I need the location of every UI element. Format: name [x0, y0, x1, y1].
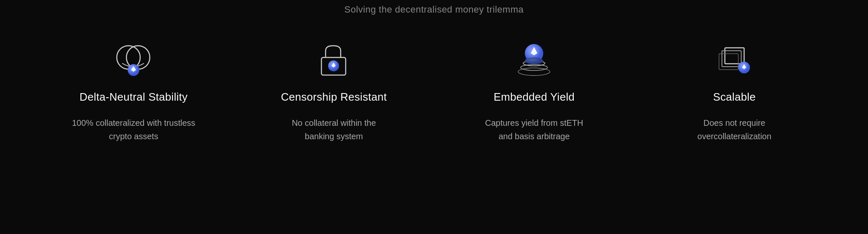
feature-card-censorship-resistant: Censorship Resistant No collateral withi…: [234, 40, 434, 143]
delta-neutral-icon: [113, 40, 154, 78]
censorship-resistant-description: No collateral within the banking system: [292, 116, 376, 143]
feature-card-delta-neutral: Delta-Neutral Stability 100% collaterali…: [33, 40, 234, 143]
embedded-yield-title: Embedded Yield: [493, 91, 575, 104]
scalable-description: Does not require overcollateralization: [697, 116, 771, 143]
delta-neutral-description: 100% collateralized with trustless crypt…: [72, 116, 195, 143]
embedded-yield-description: Captures yield from stETH and basis arbi…: [485, 116, 583, 143]
censorship-resistant-title: Censorship Resistant: [281, 91, 387, 104]
feature-card-scalable: Scalable Does not require overcollateral…: [634, 40, 835, 143]
features-grid: Delta-Neutral Stability 100% collaterali…: [0, 40, 868, 143]
scalable-icon: [714, 40, 755, 78]
embedded-yield-icon: [513, 40, 555, 78]
scalable-title: Scalable: [713, 91, 756, 104]
svg-point-10: [521, 65, 547, 70]
censorship-resistant-icon: [313, 40, 355, 78]
delta-neutral-title: Delta-Neutral Stability: [80, 91, 187, 104]
svg-point-13: [525, 57, 543, 64]
feature-card-embedded-yield: Embedded Yield Captures yield from stETH…: [434, 40, 634, 143]
page-subtitle: Solving the decentralised money trilemma: [344, 4, 524, 15]
